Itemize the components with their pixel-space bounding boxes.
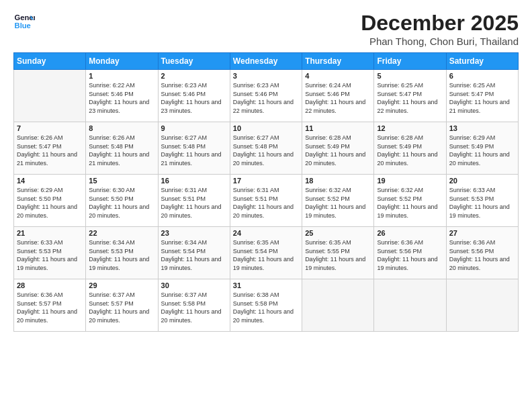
- day-number: 20: [449, 177, 515, 185]
- calendar-cell: 17 Sunrise: 6:31 AMSunset: 5:51 PMDaylig…: [230, 175, 302, 227]
- day-number: 29: [89, 281, 154, 289]
- calendar-page: General Blue December 2025 Phan Thong, C…: [0, 0, 532, 411]
- calendar-cell: 16 Sunrise: 6:31 AMSunset: 5:51 PMDaylig…: [158, 175, 230, 227]
- calendar-cell: 23 Sunrise: 6:34 AMSunset: 5:54 PMDaylig…: [158, 227, 230, 279]
- day-info: Sunrise: 6:27 AMSunset: 5:48 PMDaylight:…: [233, 134, 299, 167]
- col-thursday: Thursday: [302, 53, 374, 70]
- day-info: Sunrise: 6:36 AMSunset: 5:56 PMDaylight:…: [449, 238, 515, 272]
- day-info: Sunrise: 6:25 AMSunset: 5:47 PMDaylight:…: [449, 81, 515, 115]
- day-info: Sunrise: 6:27 AMSunset: 5:48 PMDaylight:…: [161, 134, 227, 167]
- col-saturday: Saturday: [446, 53, 518, 70]
- calendar-week-5: 28 Sunrise: 6:36 AMSunset: 5:57 PMDaylig…: [14, 279, 519, 332]
- calendar-cell: [14, 70, 86, 122]
- calendar-cell: 10 Sunrise: 6:27 AMSunset: 5:48 PMDaylig…: [230, 122, 302, 175]
- col-monday: Monday: [86, 53, 158, 70]
- subtitle: Phan Thong, Chon Buri, Thailand: [361, 36, 519, 47]
- calendar-cell: 28 Sunrise: 6:36 AMSunset: 5:57 PMDaylig…: [14, 279, 86, 332]
- calendar-cell: 20 Sunrise: 6:33 AMSunset: 5:53 PMDaylig…: [446, 175, 518, 227]
- calendar-cell: 25 Sunrise: 6:35 AMSunset: 5:55 PMDaylig…: [302, 227, 374, 279]
- col-tuesday: Tuesday: [158, 53, 230, 70]
- day-info: Sunrise: 6:35 AMSunset: 5:55 PMDaylight:…: [305, 238, 371, 272]
- day-info: Sunrise: 6:30 AMSunset: 5:50 PMDaylight:…: [89, 186, 154, 220]
- logo: General Blue: [13, 11, 35, 32]
- calendar-cell: 19 Sunrise: 6:32 AMSunset: 5:52 PMDaylig…: [374, 175, 446, 227]
- day-number: 24: [233, 229, 299, 237]
- svg-text:Blue: Blue: [15, 21, 31, 30]
- day-info: Sunrise: 6:24 AMSunset: 5:46 PMDaylight:…: [305, 81, 371, 115]
- calendar-cell: 13 Sunrise: 6:29 AMSunset: 5:49 PMDaylig…: [446, 122, 518, 175]
- day-number: 16: [161, 177, 227, 185]
- day-info: Sunrise: 6:32 AMSunset: 5:52 PMDaylight:…: [377, 186, 443, 220]
- day-number: 27: [449, 229, 515, 237]
- day-number: 14: [17, 177, 83, 185]
- day-info: Sunrise: 6:36 AMSunset: 5:56 PMDaylight:…: [377, 238, 443, 272]
- calendar-cell: 30 Sunrise: 6:37 AMSunset: 5:58 PMDaylig…: [158, 279, 230, 332]
- calendar-cell: 26 Sunrise: 6:36 AMSunset: 5:56 PMDaylig…: [374, 227, 446, 279]
- day-info: Sunrise: 6:37 AMSunset: 5:58 PMDaylight:…: [161, 291, 227, 324]
- day-number: 7: [17, 124, 83, 132]
- day-number: 9: [161, 124, 227, 132]
- day-number: 26: [377, 229, 443, 237]
- day-info: Sunrise: 6:38 AMSunset: 5:58 PMDaylight:…: [233, 291, 299, 324]
- calendar-cell: 22 Sunrise: 6:34 AMSunset: 5:53 PMDaylig…: [86, 227, 158, 279]
- day-number: 2: [161, 72, 227, 80]
- day-number: 1: [89, 72, 154, 80]
- day-number: 11: [305, 124, 371, 132]
- day-number: 12: [377, 124, 443, 132]
- col-sunday: Sunday: [14, 53, 86, 70]
- calendar-cell: 2 Sunrise: 6:23 AMSunset: 5:46 PMDayligh…: [158, 70, 230, 122]
- day-number: 8: [89, 124, 154, 132]
- day-number: 31: [233, 281, 299, 289]
- calendar-cell: 18 Sunrise: 6:32 AMSunset: 5:52 PMDaylig…: [302, 175, 374, 227]
- calendar-cell: [302, 279, 374, 332]
- day-number: 6: [449, 72, 515, 80]
- calendar-week-4: 21 Sunrise: 6:33 AMSunset: 5:53 PMDaylig…: [14, 227, 519, 279]
- day-info: Sunrise: 6:28 AMSunset: 5:49 PMDaylight:…: [305, 134, 371, 167]
- day-info: Sunrise: 6:35 AMSunset: 5:54 PMDaylight:…: [233, 238, 299, 272]
- calendar-cell: [374, 279, 446, 332]
- day-number: 22: [89, 229, 154, 237]
- calendar-cell: 12 Sunrise: 6:28 AMSunset: 5:49 PMDaylig…: [374, 122, 446, 175]
- title-block: December 2025 Phan Thong, Chon Buri, Tha…: [361, 11, 519, 47]
- day-info: Sunrise: 6:36 AMSunset: 5:57 PMDaylight:…: [17, 291, 83, 324]
- calendar-cell: 31 Sunrise: 6:38 AMSunset: 5:58 PMDaylig…: [230, 279, 302, 332]
- day-number: 18: [305, 177, 371, 185]
- logo-icon: General Blue: [13, 11, 35, 32]
- calendar-cell: 24 Sunrise: 6:35 AMSunset: 5:54 PMDaylig…: [230, 227, 302, 279]
- calendar-cell: 8 Sunrise: 6:26 AMSunset: 5:48 PMDayligh…: [86, 122, 158, 175]
- day-info: Sunrise: 6:28 AMSunset: 5:49 PMDaylight:…: [377, 134, 443, 167]
- day-info: Sunrise: 6:23 AMSunset: 5:46 PMDaylight:…: [161, 81, 227, 115]
- calendar-week-3: 14 Sunrise: 6:29 AMSunset: 5:50 PMDaylig…: [14, 175, 519, 227]
- calendar-cell: 9 Sunrise: 6:27 AMSunset: 5:48 PMDayligh…: [158, 122, 230, 175]
- header-row: Sunday Monday Tuesday Wednesday Thursday…: [14, 53, 519, 70]
- calendar-week-2: 7 Sunrise: 6:26 AMSunset: 5:47 PMDayligh…: [14, 122, 519, 175]
- calendar-cell: 21 Sunrise: 6:33 AMSunset: 5:53 PMDaylig…: [14, 227, 86, 279]
- calendar-cell: 4 Sunrise: 6:24 AMSunset: 5:46 PMDayligh…: [302, 70, 374, 122]
- calendar-cell: 7 Sunrise: 6:26 AMSunset: 5:47 PMDayligh…: [14, 122, 86, 175]
- calendar-cell: 27 Sunrise: 6:36 AMSunset: 5:56 PMDaylig…: [446, 227, 518, 279]
- day-info: Sunrise: 6:29 AMSunset: 5:49 PMDaylight:…: [449, 134, 515, 167]
- col-friday: Friday: [374, 53, 446, 70]
- calendar-table: Sunday Monday Tuesday Wednesday Thursday…: [13, 52, 519, 332]
- day-info: Sunrise: 6:31 AMSunset: 5:51 PMDaylight:…: [161, 186, 227, 220]
- col-wednesday: Wednesday: [230, 53, 302, 70]
- day-info: Sunrise: 6:23 AMSunset: 5:46 PMDaylight:…: [233, 81, 299, 115]
- day-info: Sunrise: 6:31 AMSunset: 5:51 PMDaylight:…: [233, 186, 299, 220]
- day-info: Sunrise: 6:33 AMSunset: 5:53 PMDaylight:…: [17, 238, 83, 272]
- day-info: Sunrise: 6:29 AMSunset: 5:50 PMDaylight:…: [17, 186, 83, 220]
- calendar-cell: [446, 279, 518, 332]
- day-number: 25: [305, 229, 371, 237]
- calendar-cell: 14 Sunrise: 6:29 AMSunset: 5:50 PMDaylig…: [14, 175, 86, 227]
- day-number: 23: [161, 229, 227, 237]
- day-number: 13: [449, 124, 515, 132]
- day-number: 3: [233, 72, 299, 80]
- day-info: Sunrise: 6:34 AMSunset: 5:54 PMDaylight:…: [161, 238, 227, 272]
- day-info: Sunrise: 6:33 AMSunset: 5:53 PMDaylight:…: [449, 186, 515, 220]
- calendar-cell: 15 Sunrise: 6:30 AMSunset: 5:50 PMDaylig…: [86, 175, 158, 227]
- calendar-cell: 5 Sunrise: 6:25 AMSunset: 5:47 PMDayligh…: [374, 70, 446, 122]
- calendar-cell: 3 Sunrise: 6:23 AMSunset: 5:46 PMDayligh…: [230, 70, 302, 122]
- day-info: Sunrise: 6:22 AMSunset: 5:46 PMDaylight:…: [89, 81, 154, 115]
- calendar-cell: 29 Sunrise: 6:37 AMSunset: 5:57 PMDaylig…: [86, 279, 158, 332]
- day-number: 30: [161, 281, 227, 289]
- calendar-cell: 6 Sunrise: 6:25 AMSunset: 5:47 PMDayligh…: [446, 70, 518, 122]
